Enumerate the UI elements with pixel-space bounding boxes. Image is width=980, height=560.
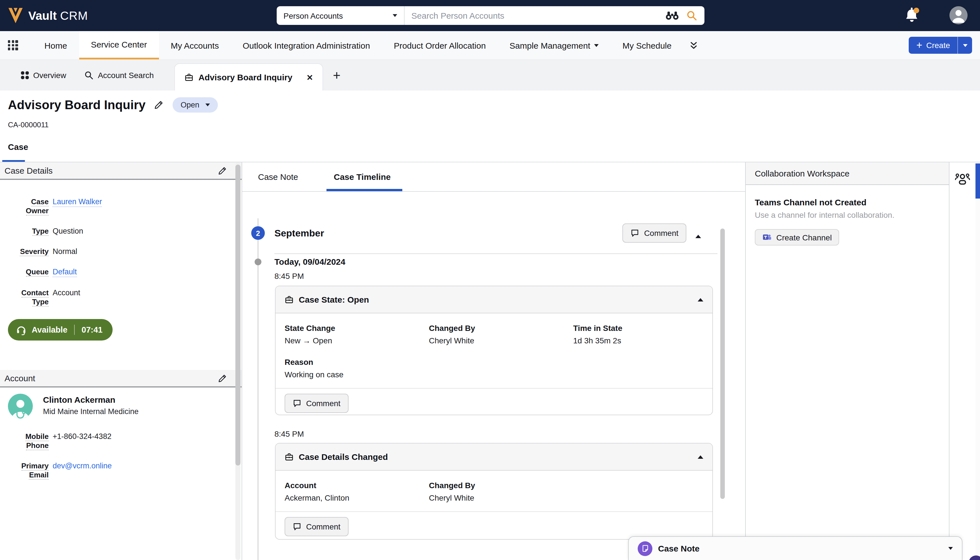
collaboration-title: Collaboration Workspace [746, 168, 850, 178]
content-area: Case Details Case Owner Lauren Walker Ty… [0, 162, 980, 560]
search-icons [665, 10, 705, 21]
nav-item-label: Home [44, 40, 67, 50]
case-briefcase-icon [285, 295, 294, 304]
create-dropdown-button[interactable] [957, 37, 972, 54]
account-name: Clinton Ackerman [43, 395, 138, 405]
comment-button-label: Comment [644, 228, 678, 238]
collapse-card-icon[interactable] [698, 455, 703, 458]
edit-pencil-icon[interactable] [218, 373, 227, 383]
event-card-footer: Comment [275, 512, 712, 536]
case-note-dock[interactable]: Case Note [628, 536, 962, 560]
search-icon[interactable] [686, 10, 697, 21]
tab-case-timeline[interactable]: Case Timeline [334, 172, 391, 182]
event-card-title: Case Details Changed [299, 452, 388, 462]
tab-overview[interactable]: Overview [21, 71, 66, 80]
availability-timer: 07:41 [82, 325, 102, 334]
binoculars-icon[interactable] [665, 11, 680, 20]
note-icon [641, 544, 649, 553]
col-value: New → Open [285, 336, 429, 345]
user-avatar[interactable] [950, 6, 968, 24]
collapse-month-icon[interactable] [695, 235, 701, 238]
nav-item-my-schedule[interactable]: My Schedule [610, 31, 683, 59]
nav-overflow-button[interactable] [683, 31, 704, 59]
account-org: Mid Maine Internal Medicine [43, 407, 138, 416]
teams-channel-heading: Teams Channel not Created [755, 197, 940, 207]
tab-case-note[interactable]: Case Note [258, 172, 298, 182]
create-channel-button[interactable]: Create Channel [755, 229, 839, 245]
field-label: Contact Type [8, 288, 49, 307]
new-tab-button[interactable]: + [333, 68, 341, 83]
double-chevron-down-icon [689, 40, 698, 50]
availability-pill[interactable]: Available 07:41 [8, 319, 113, 340]
topbar: VaultCRM Person Accounts [0, 0, 980, 31]
event-col-account: Account Ackerman, Clinton [285, 481, 429, 502]
event-card-case-details-changed: Case Details Changed Account Ackerman, C… [275, 443, 713, 540]
nav-item-label: Outlook Integration Administration [243, 40, 370, 50]
month-comment-button[interactable]: Comment [623, 223, 686, 243]
vault-crm-app: VaultCRM Person Accounts [0, 0, 980, 560]
teams-channel-description: Use a channel for internal collaboration… [755, 210, 940, 220]
search-input[interactable] [405, 6, 665, 25]
app-launcher-icon[interactable] [8, 40, 18, 50]
account-card: Clinton Ackerman Mid Maine Internal Medi… [0, 387, 242, 418]
page-scrollbar[interactable] [975, 162, 980, 560]
bell-icon [903, 7, 922, 24]
nav-item-sample-management[interactable]: Sample Management [498, 31, 610, 59]
field-severity: Severity Normal [8, 247, 242, 256]
col-label: Time in State [573, 323, 716, 333]
create-button-label: Create [926, 41, 950, 50]
event-card-header[interactable]: Case Details Changed [275, 443, 712, 471]
brand-primary: Vault [28, 9, 57, 22]
nav-item-label: Product Order Allocation [394, 40, 486, 50]
brand-name: VaultCRM [28, 9, 88, 22]
field-label: Type [8, 227, 49, 236]
nav-item-service-center[interactable]: Service Center [79, 31, 159, 59]
tab-account-search[interactable]: Account Search [84, 71, 154, 80]
account-title: Account [0, 373, 35, 383]
collapse-card-icon[interactable] [698, 298, 703, 301]
comment-bubble-icon [293, 399, 302, 408]
sidebar-scrollbar-thumb[interactable] [235, 165, 240, 465]
case-main-panel: Case Note Case Timeline 2 September Comm… [242, 162, 746, 560]
comment-button-label: Comment [306, 522, 340, 531]
nav-item-outlook-integration-administration[interactable]: Outlook Integration Administration [231, 31, 382, 59]
global-search: Person Accounts [277, 6, 705, 25]
edit-pencil-icon[interactable] [154, 100, 164, 110]
create-channel-label: Create Channel [776, 233, 832, 242]
case-status-dropdown[interactable]: Open [173, 97, 218, 113]
reason-label: Reason [285, 357, 703, 367]
search-scope-select[interactable]: Person Accounts [277, 6, 405, 25]
field-type: Type Question [8, 227, 242, 236]
chevron-down-icon [206, 103, 210, 106]
event-comment-button[interactable]: Comment [285, 517, 348, 536]
case-timeline: 2 September Comment Today, 09/04/2024 8:… [242, 192, 745, 560]
event-comment-button[interactable]: Comment [285, 394, 348, 413]
account-panel: Account [0, 370, 242, 480]
nav-item-my-accounts[interactable]: My Accounts [159, 31, 231, 59]
collaborators-icon[interactable] [955, 173, 970, 186]
queue-link[interactable]: Default [53, 268, 77, 277]
nav-item-product-order-allocation[interactable]: Product Order Allocation [382, 31, 498, 59]
edit-pencil-icon[interactable] [218, 166, 227, 175]
create-button[interactable]: + Create [909, 37, 957, 54]
comment-button-label: Comment [306, 399, 340, 408]
email-link[interactable]: dev@vcrm.online [53, 462, 112, 480]
tab-advisory-board-inquiry[interactable]: Advisory Board Inquiry ✕ [174, 63, 323, 90]
case-note-icon [638, 541, 652, 556]
close-icon[interactable]: ✕ [307, 73, 313, 82]
case-owner-link[interactable]: Lauren Walker [53, 197, 102, 207]
tab-case[interactable]: Case [8, 142, 28, 152]
case-note-dock-label: Case Note [658, 543, 700, 553]
nav-item-home[interactable]: Home [33, 31, 79, 59]
timeline-scrollbar-thumb[interactable] [720, 228, 725, 499]
col-label: Account [285, 481, 429, 490]
chevron-down-icon[interactable] [948, 547, 953, 550]
field-label: Case Owner [8, 197, 49, 215]
field-value: Account [53, 288, 80, 307]
panel-rail [950, 162, 975, 560]
search-icon [84, 71, 93, 80]
event-card-header[interactable]: Case State: Open [275, 286, 712, 313]
page-scrollbar-thumb[interactable] [975, 163, 980, 198]
notifications-button[interactable] [903, 7, 922, 24]
field-value: +1-860-324-4382 [53, 432, 112, 450]
